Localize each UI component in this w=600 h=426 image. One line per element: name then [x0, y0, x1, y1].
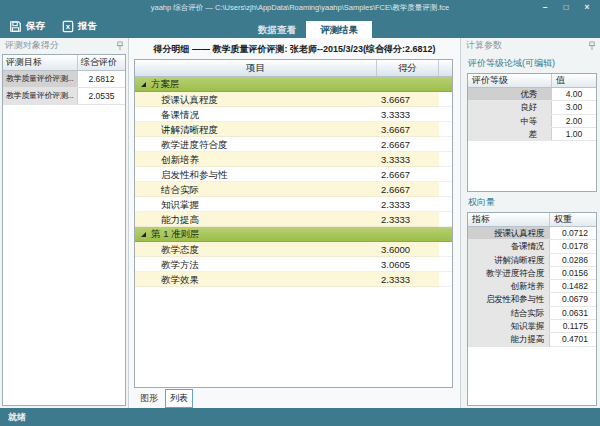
weight-table: 指标 权重 授课认真程度0.0712备课情况0.0178讲解清晰程度0.0286… — [467, 212, 597, 406]
expander-icon[interactable] — [141, 82, 146, 87]
table-row[interactable]: 授课认真程度3.6667 — [135, 92, 452, 107]
left-col-target[interactable]: 评测目标 — [3, 55, 78, 70]
left-col-score[interactable]: 综合评价 — [78, 55, 125, 70]
grade-label: 优秀 — [468, 88, 552, 100]
status-bar: 就绪 — [0, 408, 600, 426]
table-row[interactable]: 启发性和参与性0.0679 — [468, 293, 596, 306]
filler-cell — [439, 212, 452, 227]
table-row[interactable]: 讲解清晰程度3.6667 — [135, 122, 452, 137]
table-row[interactable]: 优秀4.00 — [468, 88, 596, 101]
table-row[interactable]: 备课情况0.0178 — [468, 240, 596, 253]
item-score: 2.6667 — [377, 137, 439, 152]
table-row[interactable]: 授课认真程度0.0712 — [468, 227, 596, 240]
minimize-button[interactable]: – — [540, 3, 550, 12]
right-panel-body: 评价等级论域(可编辑) 评价等级 值 优秀4.00良好3.00中等2.00差1.… — [461, 53, 600, 408]
item-label: 教学进度符合度 — [135, 137, 377, 152]
table-row[interactable]: 教学效果2.3333 — [135, 272, 452, 287]
table-row[interactable]: 教学方法3.0605 — [135, 257, 452, 272]
weight-value: 0.0156 — [550, 267, 596, 279]
grade-domain-link[interactable]: 评价等级论域(可编辑) — [468, 57, 597, 70]
table-row[interactable]: 启发性和参与性2.6667 — [135, 167, 452, 182]
content-area: 评测对象得分 评测目标 综合评价 教学质量评价评测...2.6812教学质量评价… — [0, 38, 600, 408]
weight-col-value[interactable]: 权重 — [550, 213, 596, 226]
weight-value: 0.0679 — [550, 293, 596, 305]
grade-col-label[interactable]: 评价等级 — [468, 74, 552, 87]
weight-label: 教学进度符合度 — [468, 267, 550, 279]
right-panel-title: 计算参数 — [466, 39, 502, 52]
filler-cell — [439, 272, 452, 287]
report-button[interactable]: x 报告 — [62, 20, 97, 33]
evaluation-targets-table: 评测目标 综合评价 教学质量评价评测...2.6812教学质量评价评测...2.… — [2, 54, 126, 406]
target-cell: 教学质量评价评测... — [3, 88, 78, 104]
table-row[interactable]: 中等2.00 — [468, 115, 596, 128]
grade-col-value[interactable]: 值 — [552, 74, 596, 87]
filler-cell — [439, 242, 452, 257]
tab-evaluation-result[interactable]: 评测结果 — [306, 21, 372, 38]
grade-table: 评价等级 值 优秀4.00良好3.00中等2.00差1.00 — [467, 73, 597, 192]
table-row[interactable]: 知识掌握0.1175 — [468, 320, 596, 333]
weight-label: 能力提高 — [468, 333, 550, 345]
item-label: 知识掌握 — [135, 197, 377, 212]
filler-cell — [439, 107, 452, 122]
grade-table-body: 优秀4.00良好3.00中等2.00差1.00 — [468, 88, 596, 141]
pin-icon[interactable] — [116, 41, 124, 51]
table-row[interactable]: 能力提高0.4701 — [468, 333, 596, 346]
table-row[interactable]: 教学质量评价评测...2.0535 — [3, 88, 125, 105]
table-row[interactable]: 教学态度3.6000 — [135, 242, 452, 257]
score-table-body: 方案层授课认真程度3.6667备课情况3.3333讲解清晰程度3.6667教学进… — [135, 77, 452, 387]
tab-data-view[interactable]: 数据查看 — [248, 21, 306, 38]
tab-list[interactable]: 列表 — [165, 389, 193, 408]
table-row[interactable]: 知识掌握2.3333 — [135, 197, 452, 212]
tab-graph[interactable]: 图形 — [136, 390, 162, 407]
table-row[interactable]: 教学进度符合度0.0156 — [468, 267, 596, 280]
title-bar[interactable]: yaahp 综合评价 — C:\Users\zjh\AppData\Roamin… — [0, 0, 600, 15]
table-row[interactable]: 教学进度符合度2.6667 — [135, 137, 452, 152]
main-tabstrip: 数据查看 评测结果 — [248, 15, 372, 38]
status-text: 就绪 — [8, 411, 26, 424]
left-table-body: 教学质量评价评测...2.6812教学质量评价评测...2.0535 — [3, 71, 125, 105]
table-row[interactable]: 创新培养0.1482 — [468, 280, 596, 293]
weight-value: 0.4701 — [550, 333, 596, 345]
filler-cell — [439, 197, 452, 212]
maximize-button[interactable]: □ — [561, 3, 571, 12]
weight-value: 0.0712 — [550, 227, 596, 239]
table-row[interactable]: 结合实际2.6667 — [135, 182, 452, 197]
table-row[interactable]: 备课情况3.3333 — [135, 107, 452, 122]
score-cell: 2.0535 — [78, 88, 125, 104]
table-row[interactable]: 差1.00 — [468, 128, 596, 141]
pin-icon[interactable] — [588, 41, 596, 51]
col-filler — [439, 60, 452, 76]
save-button[interactable]: 保存 — [9, 20, 45, 33]
item-label: 启发性和参与性 — [135, 167, 377, 182]
table-row[interactable]: 创新培养3.3333 — [135, 152, 452, 167]
col-score[interactable]: 得分 — [377, 60, 439, 76]
expander-icon[interactable] — [141, 232, 146, 237]
window-title: yaahp 综合评价 — C:\Users\zjh\AppData\Roamin… — [0, 3, 600, 13]
weight-label: 讲解清晰程度 — [468, 254, 550, 266]
filler-cell — [439, 92, 452, 107]
group-row[interactable]: 方案层 — [135, 77, 452, 92]
toolbar: 保存 x 报告 数据查看 评测结果 — [0, 15, 600, 38]
right-panel-header: 计算参数 — [461, 38, 600, 53]
table-row[interactable]: 结合实际0.0631 — [468, 307, 596, 320]
weight-value: 0.0631 — [550, 307, 596, 319]
score-detail-table: 项目 得分 方案层授课认真程度3.6667备课情况3.3333讲解清晰程度3.6… — [134, 59, 453, 388]
left-table-header: 评测目标 综合评价 — [3, 55, 125, 71]
close-button[interactable]: × — [582, 3, 592, 12]
item-label: 备课情况 — [135, 107, 377, 122]
table-row[interactable]: 能力提高2.3333 — [135, 212, 452, 227]
table-row[interactable]: 良好3.00 — [468, 101, 596, 114]
left-panel-header: 评测对象得分 — [0, 38, 128, 53]
app-window: yaahp 综合评价 — C:\Users\zjh\AppData\Roamin… — [0, 0, 600, 426]
table-row[interactable]: 讲解清晰程度0.0286 — [468, 254, 596, 267]
filler-cell — [439, 122, 452, 137]
col-item[interactable]: 项目 — [135, 60, 377, 76]
left-panel-title: 评测对象得分 — [5, 39, 59, 52]
table-row[interactable]: 教学质量评价评测...2.6812 — [3, 71, 125, 88]
weight-label: 授课认真程度 — [468, 227, 550, 239]
filler-cell — [439, 167, 452, 182]
weight-vector-label[interactable]: 权向量 — [468, 196, 597, 209]
weight-label: 创新培养 — [468, 280, 550, 292]
weight-col-label[interactable]: 指标 — [468, 213, 550, 226]
group-row[interactable]: 第 1 准则层 — [135, 227, 452, 242]
